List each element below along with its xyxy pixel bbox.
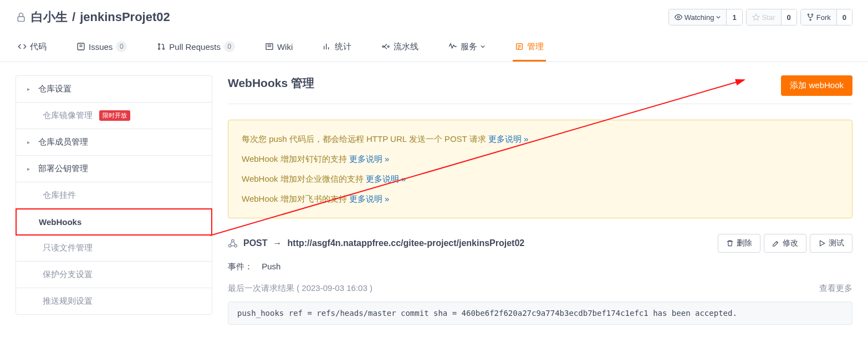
- wiki-icon: [265, 42, 274, 51]
- svg-point-5: [810, 19, 811, 21]
- sidebar-label: WebHooks: [39, 217, 81, 227]
- notice-link[interactable]: 更多说明 »: [349, 194, 390, 203]
- settings-sidebar: 仓库设置 仓库镜像管理 限时开放 仓库成员管理 部署公钥管理 仓库挂件 WebH…: [16, 75, 212, 315]
- content-title-row: WebHooks 管理 添加 webHook: [228, 75, 852, 104]
- edit-label: 修改: [783, 238, 798, 248]
- star-label: Star: [762, 13, 775, 22]
- svg-rect-0: [18, 17, 24, 21]
- code-icon: [18, 42, 27, 51]
- chevron-down-icon: [716, 15, 721, 19]
- svg-point-1: [677, 16, 680, 18]
- sidebar-item-mirror[interactable]: 仓库镜像管理 限时开放: [16, 103, 212, 129]
- watch-count[interactable]: 1: [727, 9, 742, 25]
- repo-header: 白小生 / jenkinsProjet02 Watching 1 Star 0: [0, 0, 868, 62]
- tab-issues-label: Issues: [89, 42, 113, 52]
- delete-label: 删除: [737, 238, 752, 248]
- svg-point-9: [159, 44, 160, 45]
- view-more-link[interactable]: 查看更多: [819, 283, 852, 294]
- tab-pipeline[interactable]: 流水线: [379, 35, 421, 62]
- fork-icon: [806, 13, 814, 21]
- watch-label: Watching: [685, 13, 714, 22]
- webhook-url: http://asgf4n.natappfree.cc/gitee-projec…: [288, 238, 525, 248]
- tab-prs[interactable]: Pull Requests 0: [155, 35, 237, 62]
- tab-manage-label: 管理: [527, 42, 544, 52]
- fork-count[interactable]: 0: [837, 9, 852, 25]
- stats-icon: [323, 42, 331, 51]
- webhook-icon: [228, 238, 238, 248]
- tab-stats[interactable]: 统计: [320, 35, 354, 62]
- test-label: 测试: [829, 238, 844, 248]
- notice-line-3: WebHook 增加对企业微信的支持 更多说明 »: [242, 169, 839, 189]
- svg-point-19: [388, 46, 390, 48]
- notice-box: 每次您 push 代码后，都会给远程 HTTP URL 发送一个 POST 请求…: [228, 120, 852, 218]
- fork-group: Fork 0: [800, 9, 852, 25]
- notice-link[interactable]: 更多说明 »: [488, 134, 529, 144]
- eye-icon: [675, 13, 682, 21]
- svg-point-10: [159, 48, 160, 50]
- repo-owner-link[interactable]: 白小生: [31, 9, 68, 25]
- svg-point-4: [811, 14, 813, 15]
- notice-link[interactable]: 更多说明 »: [349, 154, 390, 163]
- repo-name-link[interactable]: jenkinsProjet02: [80, 10, 170, 24]
- webhook-info: POST → http://asgf4n.natappfree.cc/gitee…: [228, 238, 524, 248]
- sidebar-item-deploy-keys[interactable]: 部署公钥管理: [16, 156, 212, 182]
- add-webhook-button[interactable]: 添加 webHook: [781, 75, 852, 96]
- issue-icon: [76, 42, 85, 51]
- trash-icon: [726, 239, 734, 247]
- repo-tabs: 代码 Issues 0 Pull Requests 0 Wiki 统计 流水线 …: [16, 35, 852, 62]
- sidebar-label: 只读文件管理: [43, 243, 93, 253]
- prs-count: 0: [224, 41, 235, 52]
- svg-point-3: [808, 14, 809, 15]
- notice-text: WebHook 增加对企业微信的支持: [242, 174, 366, 183]
- event-label: 事件：: [228, 262, 253, 271]
- star-count[interactable]: 0: [782, 9, 796, 25]
- sidebar-item-protect[interactable]: 保护分支设置: [16, 262, 212, 288]
- tab-code[interactable]: 代码: [16, 35, 49, 62]
- tab-services-label: 服务: [461, 42, 477, 52]
- delete-button[interactable]: 删除: [718, 234, 760, 253]
- notice-text: 每次您 push 代码后，都会给远程 HTTP URL 发送一个 POST 请求: [242, 134, 488, 144]
- sidebar-item-readonly[interactable]: 只读文件管理: [16, 235, 212, 262]
- svg-point-18: [382, 46, 384, 48]
- event-value: Push: [262, 262, 280, 271]
- tab-pipeline-label: 流水线: [394, 42, 418, 52]
- repo-title-row: 白小生 / jenkinsProjet02 Watching 1 Star 0: [16, 9, 852, 25]
- tab-issues[interactable]: Issues 0: [74, 35, 129, 62]
- pr-icon: [157, 42, 166, 51]
- sidebar-item-webhooks[interactable]: WebHooks: [16, 208, 212, 236]
- lock-icon: [16, 12, 27, 23]
- star-button[interactable]: Star: [747, 9, 782, 25]
- edit-icon: [772, 239, 780, 247]
- sidebar-label: 推送规则设置: [43, 296, 93, 306]
- pipeline-icon: [381, 42, 390, 51]
- tab-stats-label: 统计: [335, 42, 351, 52]
- watch-button[interactable]: Watching: [669, 9, 727, 25]
- tab-prs-label: Pull Requests: [169, 42, 221, 52]
- notice-link[interactable]: 更多说明 »: [366, 174, 406, 183]
- sidebar-label: 保护分支设置: [43, 269, 93, 280]
- manage-icon: [515, 42, 524, 51]
- sidebar-label: 仓库成员管理: [38, 137, 88, 147]
- result-row: 最后一次请求结果 ( 2023-09-03 16:03 ) 查看更多: [228, 283, 852, 294]
- tab-manage[interactable]: 管理: [513, 35, 546, 62]
- repo-separator: /: [72, 10, 75, 24]
- sidebar-label: 仓库设置: [38, 84, 72, 94]
- sidebar-item-push-rules[interactable]: 推送规则设置: [16, 288, 212, 314]
- tab-services[interactable]: 服务: [446, 35, 487, 62]
- star-group: Star 0: [746, 9, 797, 25]
- edit-button[interactable]: 修改: [764, 234, 806, 253]
- sidebar-label: 仓库镜像管理: [43, 110, 93, 121]
- notice-text: WebHook 增加对钉钉的支持: [242, 154, 349, 163]
- sidebar-item-members[interactable]: 仓库成员管理: [16, 129, 212, 156]
- tab-wiki[interactable]: Wiki: [263, 35, 295, 62]
- limited-badge: 限时开放: [99, 110, 130, 121]
- fork-button[interactable]: Fork: [801, 9, 837, 25]
- sidebar-item-addons[interactable]: 仓库挂件: [16, 182, 212, 209]
- tab-code-label: 代码: [30, 42, 47, 52]
- sidebar-label: 仓库挂件: [43, 190, 76, 201]
- svg-marker-28: [820, 241, 825, 246]
- main-area: 仓库设置 仓库镜像管理 限时开放 仓库成员管理 部署公钥管理 仓库挂件 WebH…: [0, 62, 868, 338]
- webhook-arrow: →: [273, 238, 282, 248]
- test-button[interactable]: 测试: [810, 234, 852, 253]
- sidebar-item-repo-settings[interactable]: 仓库设置: [16, 76, 212, 103]
